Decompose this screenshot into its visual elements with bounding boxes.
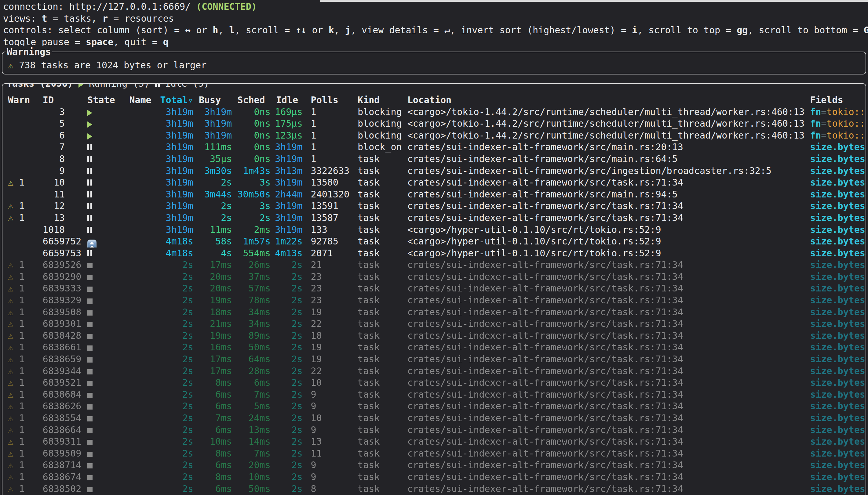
task-row[interactable]: ⚠ 168386642s6ms13ms2s9taskcrates/sui-ind… xyxy=(2,424,866,436)
sched-duration: 34ms xyxy=(249,307,271,318)
task-row[interactable]: ⚠ 168386842s6ms7ms2s9taskcrates/sui-inde… xyxy=(2,389,866,401)
field-key: size.bytes xyxy=(810,177,865,188)
task-id-cell: 6838664 xyxy=(43,424,87,436)
task-row[interactable]: ⚠ 1103h19m2s3s3h19m13580taskcrates/sui-i… xyxy=(2,177,866,189)
task-row[interactable]: ⚠ 168385022s6ms50ms2s8taskcrates/sui-ind… xyxy=(2,483,866,495)
total-cell: 3h19m xyxy=(160,141,193,153)
kind-cell: task xyxy=(358,412,407,424)
task-row[interactable]: ⚠ 168392902s20ms37ms2s23taskcrates/sui-i… xyxy=(2,271,866,283)
task-row[interactable]: 63h19m3h19m0ns123µs1blocking<cargo>/toki… xyxy=(2,130,866,142)
task-row[interactable]: ⚠ 168395262s17ms26ms2s21taskcrates/sui-i… xyxy=(2,259,866,271)
column-header-polls[interactable]: Polls xyxy=(303,94,358,106)
location-cell: crates/sui-indexer-alt-framework/src/tas… xyxy=(407,200,810,212)
task-row[interactable]: ⚠ 168386262s6ms5ms2s9taskcrates/sui-inde… xyxy=(2,400,866,412)
total-duration: 2s xyxy=(182,448,193,459)
task-row[interactable]: 93h19m3m30s1m43s3h13m3322633taskcrates/s… xyxy=(2,165,866,177)
column-header-total[interactable]: Total▿ xyxy=(160,94,193,106)
task-row[interactable]: 10183h19m11ms2ms3h19m133task<cargo>/hype… xyxy=(2,224,866,236)
task-row[interactable]: ⚠ 168386612s16ms50ms2s19taskcrates/sui-i… xyxy=(2,341,866,353)
task-row[interactable]: 66597534m18s4s554ms4m13s2071task<cargo>/… xyxy=(2,248,866,259)
task-row[interactable]: ⚠ 168393012s21ms34ms2s22taskcrates/sui-i… xyxy=(2,318,866,330)
task-row[interactable]: ⚠ 168393112s10ms14ms2s13taskcrates/sui-i… xyxy=(2,436,866,448)
text-segment: = resources xyxy=(108,13,174,24)
sched-duration: 0ns xyxy=(254,130,271,141)
field-key: size.bytes xyxy=(810,483,865,494)
idle-cell: 2h44m xyxy=(271,189,303,201)
warn-cell: ⚠ 1 xyxy=(2,389,43,401)
warn-count: 1 xyxy=(19,436,24,447)
field-equals: = xyxy=(865,318,866,329)
field-equals: = xyxy=(865,365,866,376)
field-equals: = xyxy=(865,448,866,459)
polls-cell: 23 xyxy=(303,283,358,294)
task-id-cell: 6839329 xyxy=(43,294,87,306)
state-cell xyxy=(87,224,129,236)
column-header-fields[interactable]: Fields xyxy=(810,94,866,106)
field-key: size.bytes xyxy=(810,236,865,246)
kind-cell: task xyxy=(358,212,407,224)
task-row[interactable]: ⚠ 168385542s7ms24ms2s10taskcrates/sui-in… xyxy=(2,412,866,424)
column-header-busy[interactable]: Busy xyxy=(193,94,232,106)
state-cell xyxy=(87,259,129,271)
task-row[interactable]: ⚠ 168395092s8ms7ms2s11taskcrates/sui-ind… xyxy=(2,448,866,460)
column-header-kind[interactable]: Kind xyxy=(358,94,407,106)
task-row[interactable]: 53h19m3h19m0ns175µs1blocking<cargo>/toki… xyxy=(2,118,866,130)
task-row[interactable]: ⚠ 168393292s19ms78ms2s23taskcrates/sui-i… xyxy=(2,294,866,306)
total-cell: 3h19m xyxy=(160,189,193,201)
busy-cell: 3h19m xyxy=(193,118,232,130)
task-row[interactable]: 73h19m111ms0ns3h19m1block_oncrates/sui-i… xyxy=(2,141,866,153)
task-row[interactable]: ⚠ 1123h19m2s3s3h19m13591taskcrates/sui-i… xyxy=(2,200,866,212)
task-row[interactable]: ⚠ 168395212s8ms6ms2s10taskcrates/sui-ind… xyxy=(2,377,866,389)
fields-cell: size.bytes= xyxy=(810,224,866,236)
field-equals: = xyxy=(865,472,866,482)
warn-cell: ⚠ 1 xyxy=(2,448,43,460)
completed-state-icon xyxy=(87,298,93,304)
kind-cell: task xyxy=(358,377,407,389)
field-equals: = xyxy=(865,201,866,211)
column-header-label: Location xyxy=(407,95,452,105)
task-row[interactable]: ⚠ 168393442s17ms28ms2s22taskcrates/sui-i… xyxy=(2,365,866,377)
column-header-state[interactable]: State xyxy=(87,94,129,106)
warning-icon: ⚠ xyxy=(8,177,19,188)
column-header-idle[interactable]: Idle xyxy=(271,94,303,106)
total-duration: 3h19m xyxy=(166,212,193,223)
task-row[interactable]: 66597524m18s58s1m57s1m22s92785task<cargo… xyxy=(2,236,866,248)
idle-cell: 3h19m xyxy=(271,141,303,153)
column-header-warn[interactable]: Warn xyxy=(2,94,43,106)
total-duration: 2s xyxy=(182,307,193,318)
kind-cell: task xyxy=(358,306,407,318)
sched-cell: 57ms xyxy=(232,283,270,294)
task-row[interactable]: ⚠ 168386592s17ms64ms2s19taskcrates/sui-i… xyxy=(2,353,866,365)
task-row[interactable]: ⚠ 168393332s20ms57ms2s23taskcrates/sui-i… xyxy=(2,283,866,294)
task-row[interactable]: ⚠ 1133h19m2s2s3h19m13587taskcrates/sui-i… xyxy=(2,212,866,224)
task-id-cell: 6839301 xyxy=(43,318,87,330)
fields-cell: size.bytes= xyxy=(810,389,866,401)
sched-cell: 0ns xyxy=(232,106,270,118)
warn-count: 1 xyxy=(19,472,24,482)
total-duration: 3h19m xyxy=(166,154,193,164)
busy-cell: 20ms xyxy=(193,271,232,283)
text-segment: q xyxy=(163,37,169,47)
task-row[interactable]: 83h19m35µs0ns3h19m1taskcrates/sui-indexe… xyxy=(2,153,866,165)
column-header-id[interactable]: ID xyxy=(43,94,87,106)
polls-cell: 23 xyxy=(303,271,358,283)
kind-cell: task xyxy=(358,318,407,330)
completed-state-icon xyxy=(87,428,93,433)
task-row[interactable]: 33h19m3h19m0ns169µs1blocking<cargo>/toki… xyxy=(2,106,866,118)
total-duration: 2s xyxy=(182,365,193,376)
column-header-sched[interactable]: Sched xyxy=(232,94,270,106)
task-row[interactable]: 113h19m3m44s30m50s2h44m2401320taskcrates… xyxy=(2,189,866,201)
task-row[interactable]: ⚠ 168395082s18ms34ms2s19taskcrates/sui-i… xyxy=(2,306,866,318)
task-row[interactable]: ⚠ 168386742s8ms10ms2s9taskcrates/sui-ind… xyxy=(2,471,866,483)
column-header-location[interactable]: Location xyxy=(407,94,810,106)
warn-cell: ⚠ 1 xyxy=(2,365,43,377)
busy-duration: 6ms xyxy=(215,483,232,494)
idle-state-icon xyxy=(87,227,92,233)
column-header-name[interactable]: Name xyxy=(129,94,160,106)
task-row[interactable]: ⚠ 168387142s6ms20ms2s9taskcrates/sui-ind… xyxy=(2,459,866,471)
console-header: connection: http://127.0.0.1:6669/ (CONN… xyxy=(0,0,868,48)
task-id: 13 xyxy=(43,212,65,224)
tasks-count-label: Tasks (2056) xyxy=(7,83,73,89)
task-row[interactable]: ⚠ 168384282s19ms89ms2s18taskcrates/sui-i… xyxy=(2,330,866,342)
warning-icon: ⚠ xyxy=(8,212,19,223)
